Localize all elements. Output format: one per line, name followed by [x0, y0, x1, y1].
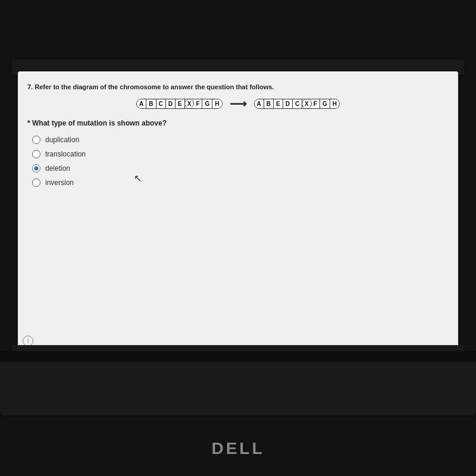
- gene-D-after: D: [283, 99, 293, 108]
- radio-duplication[interactable]: [32, 136, 40, 144]
- label-duplication: duplication: [45, 136, 79, 144]
- question-header: 7. Refer to the diagram of the chromosom…: [27, 83, 449, 90]
- gene-E-before: E: [176, 99, 185, 108]
- gene-A-after: A: [255, 99, 264, 108]
- sub-question-marker: *: [27, 119, 32, 127]
- label-deletion: deletion: [45, 164, 70, 173]
- sub-question: * What type of mutation is shown above?: [27, 119, 449, 127]
- gene-F-before: F: [193, 99, 202, 108]
- choice-deletion[interactable]: deletion: [32, 164, 449, 173]
- label-inversion: inversion: [45, 178, 74, 187]
- gene-G-after: G: [320, 99, 330, 108]
- content-area: 7. Refer to the diagram of the chromosom…: [18, 71, 458, 351]
- chromosome-before: A B C D E X F G H: [136, 99, 222, 109]
- chromosome-diagram: A B C D E X F G H ⟶ A B E D C X F G: [27, 96, 449, 111]
- choice-inversion[interactable]: inversion: [32, 178, 449, 187]
- gene-E-after: E: [274, 99, 283, 108]
- gene-A-before: A: [137, 99, 146, 108]
- radio-inversion[interactable]: [32, 178, 40, 187]
- gene-B-before: B: [146, 99, 156, 108]
- gene-X-before: X: [184, 99, 195, 108]
- screen: 7. Refer to the diagram of the chromosom…: [18, 71, 458, 381]
- gene-H-before: H: [212, 99, 221, 108]
- radio-translocation[interactable]: [32, 150, 40, 158]
- gene-B-after: B: [264, 99, 274, 108]
- dell-logo: DELL: [211, 439, 264, 458]
- chromosome-after: A B E D C X F G H: [254, 99, 340, 109]
- radio-deletion[interactable]: [32, 164, 40, 173]
- gene-C-before: C: [156, 99, 166, 108]
- question-text: Refer to the diagram of the chromosome t…: [35, 83, 274, 90]
- gene-X-after: X: [302, 99, 312, 108]
- gene-D-before: D: [166, 99, 176, 108]
- gene-C-after: C: [293, 99, 302, 108]
- choice-translocation[interactable]: translocation: [32, 150, 449, 158]
- sub-question-text: What type of mutation is shown above?: [32, 119, 167, 127]
- arrow: ⟶: [230, 96, 247, 111]
- answer-choices: duplication translocation deletion inver…: [27, 136, 449, 187]
- choice-duplication[interactable]: duplication: [32, 136, 449, 144]
- gene-G-before: G: [202, 99, 212, 108]
- gene-H-after: H: [330, 99, 339, 108]
- gene-F-after: F: [311, 99, 320, 108]
- label-translocation: translocation: [45, 150, 86, 158]
- question-number: 7.: [27, 83, 33, 90]
